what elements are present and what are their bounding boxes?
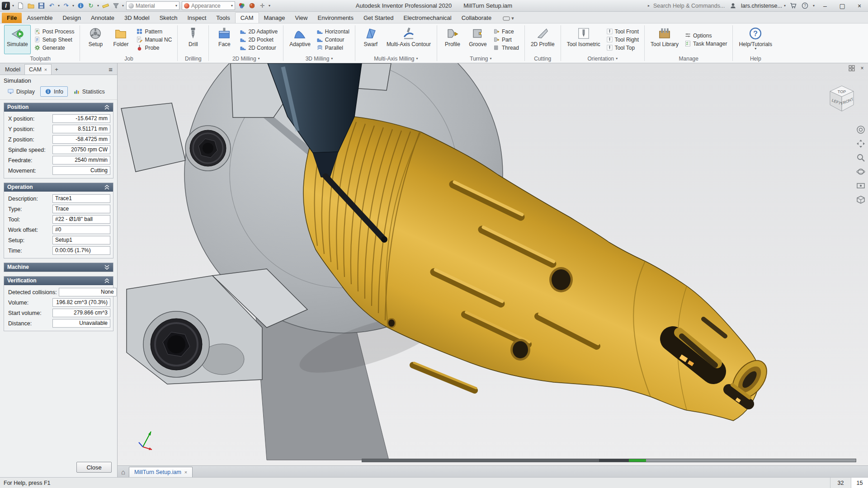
help-menu-icon[interactable]: ?	[801, 2, 809, 10]
ribbon-button-tool-front[interactable]: Tool Front	[604, 28, 641, 35]
add-browser-tab-button[interactable]: +	[52, 64, 61, 75]
zoom-icon[interactable]	[856, 153, 866, 163]
field-value[interactable]: Unavailable	[52, 319, 110, 328]
ribbon-button-2d-adaptive[interactable]: 2D Adaptive	[237, 28, 280, 35]
collapse-chevron-icon[interactable]	[104, 185, 110, 190]
field-value[interactable]: Cutting	[52, 166, 110, 175]
maximize-button[interactable]: ▢	[835, 0, 849, 11]
ribbon-tab-collaborate[interactable]: Collaborate	[457, 13, 497, 23]
look-at-icon[interactable]	[856, 181, 866, 191]
field-value[interactable]: 279.866 cm^3	[52, 309, 110, 317]
field-value[interactable]: 0:00:05 (1.7%)	[52, 246, 110, 255]
color-wheel-icon[interactable]	[237, 2, 245, 10]
save-icon[interactable]	[37, 2, 45, 10]
ribbon-button-pattern[interactable]: Pattern	[134, 28, 174, 35]
field-value[interactable]: Setup1	[52, 236, 110, 244]
home-icon[interactable]: ⌂	[121, 468, 129, 477]
tab-info[interactable]: Info	[40, 86, 68, 97]
tab-close-icon[interactable]: ×	[44, 67, 47, 72]
simulation-timeline-scrubber[interactable]	[362, 459, 856, 462]
ribbon-button-2d-profile[interactable]: 2D Profile	[528, 25, 557, 54]
document-tab-close-icon[interactable]: ×	[184, 469, 187, 475]
ribbon-tab-inspect[interactable]: Inspect	[182, 13, 211, 23]
ribbon-tab-sketch[interactable]: Sketch	[155, 13, 183, 23]
section-header-position[interactable]: Position	[4, 103, 113, 112]
field-value[interactable]: 196.82 cm^3 (70.3%)	[52, 298, 110, 307]
search-input[interactable]	[653, 3, 726, 9]
appearance-adjust-icon[interactable]	[248, 2, 256, 10]
section-header-machine[interactable]: Machine	[4, 263, 113, 272]
ribbon-tab-electromechanical[interactable]: Electromechanical	[398, 13, 456, 23]
field-value[interactable]: 2540 mm/min	[52, 156, 110, 164]
open-folder-icon[interactable]	[27, 2, 35, 10]
ribbon-button-face[interactable]: Face	[212, 25, 236, 54]
field-value[interactable]: -58.4725 mm	[52, 135, 110, 144]
ribbon-tab-file[interactable]: File	[2, 13, 22, 23]
ribbon-button-tool-library[interactable]: Tool Library	[648, 25, 681, 54]
qat-overflow-icon[interactable]: ▾	[269, 4, 270, 8]
ribbon-button-profile[interactable]: Profile	[440, 25, 465, 54]
new-file-icon[interactable]	[16, 2, 24, 10]
field-value[interactable]: 8.51171 mm	[52, 125, 110, 133]
app-menu-caret-icon[interactable]: ▾	[12, 4, 14, 8]
field-value[interactable]: -15.6472 mm	[52, 114, 110, 123]
field-value[interactable]: Trace	[52, 205, 110, 213]
document-tab-millturn[interactable]: MillTurn Setup.iam ×	[129, 467, 193, 477]
redo-icon[interactable]: ↷	[62, 2, 70, 10]
update-caret-icon[interactable]: ▾	[97, 4, 99, 8]
settings-plus-icon[interactable]: ✛	[258, 2, 266, 10]
tab-display[interactable]: Display	[3, 86, 39, 97]
tile-windows-icon[interactable]	[848, 65, 855, 72]
field-value[interactable]: 20750 rpm CW	[52, 145, 110, 154]
group-footer-toolpath[interactable]: Toolpath	[1, 54, 80, 63]
ribbon-tab-cam[interactable]: CAM	[235, 12, 259, 23]
ribbon-button-part[interactable]: Part	[491, 36, 521, 43]
inventor-app-icon[interactable]: I	[2, 2, 10, 10]
undo-icon[interactable]: ↶	[47, 2, 56, 10]
ribbon-tab-tools[interactable]: Tools	[211, 13, 235, 23]
viewport-3d[interactable]: × TOP LEFT FRONT	[118, 63, 868, 465]
browser-tab-model[interactable]: Model	[1, 65, 24, 75]
ribbon-button-simulate[interactable]: Simulate	[4, 25, 31, 54]
ribbon-tab-3d-model[interactable]: 3D Model	[119, 13, 155, 23]
ribbon-button-folder[interactable]: Folder	[108, 25, 133, 54]
ribbon-button-face[interactable]: Face	[491, 28, 521, 35]
ribbon-button-2d-pocket[interactable]: 2D Pocket	[237, 36, 280, 43]
ribbon-button-setup-sheet[interactable]: Setup Sheet	[32, 36, 77, 43]
ribbon-button-setup[interactable]: Setup	[83, 25, 108, 54]
ribbon-button-2d-contour[interactable]: 2D Contour	[237, 44, 280, 52]
app-store-cart-icon[interactable]	[789, 2, 797, 10]
ribbon-button-help-tutorials[interactable]: ?Help/Tutorials▾	[736, 25, 775, 54]
ribbon-button-horizontal[interactable]: Horizontal	[314, 28, 352, 35]
ribbon-tab-annotate[interactable]: Annotate	[86, 13, 119, 23]
ribbon-button-adaptive[interactable]: Adaptive	[287, 25, 313, 54]
ribbon-button-tool-top[interactable]: Tool Top	[604, 44, 641, 52]
ribbon-button-drill[interactable]: Drill	[181, 25, 205, 54]
ribbon-button-groove[interactable]: Groove	[466, 25, 490, 54]
ribbon-button-tool-right[interactable]: Tool Right	[604, 36, 641, 43]
group-footer-2d-milling[interactable]: 2D Milling▾	[209, 54, 283, 63]
group-footer-drilling[interactable]: Drilling	[178, 54, 208, 63]
filter-caret-icon[interactable]: ▾	[122, 4, 124, 8]
pan-icon[interactable]	[856, 139, 866, 149]
appearance-dropdown[interactable]: Appearance▾	[182, 1, 235, 10]
ribbon-tab-manage[interactable]: Manage	[259, 13, 290, 23]
field-value[interactable]: #22 - Ø1/8" ball	[52, 215, 110, 224]
close-button[interactable]: ×	[853, 0, 866, 11]
section-header-operation[interactable]: Operation	[4, 183, 113, 192]
field-value[interactable]: Trace1	[52, 194, 110, 203]
view-cube[interactable]: TOP LEFT FRONT	[823, 81, 861, 121]
close-simulation-button[interactable]: Close	[76, 462, 112, 473]
material-dropdown[interactable]: Material▾	[126, 1, 179, 10]
group-footer-orientation[interactable]: Orientation▾	[561, 54, 644, 63]
ribbon-tab-assemble[interactable]: Assemble	[22, 13, 57, 23]
help-caret-icon[interactable]: ▾	[813, 4, 815, 8]
ribbon-button-contour[interactable]: Contour	[314, 36, 352, 43]
section-header-verification[interactable]: Verification	[4, 277, 113, 285]
browser-menu-icon[interactable]: ≡	[108, 66, 116, 75]
ribbon-button-options[interactable]: Options	[682, 32, 729, 39]
group-footer-manage[interactable]: Manage	[645, 54, 732, 63]
signed-in-user[interactable]: lars.christense...▾	[741, 3, 786, 9]
navigation-wheel-icon[interactable]	[856, 125, 866, 135]
collapse-chevron-icon[interactable]	[104, 278, 110, 283]
